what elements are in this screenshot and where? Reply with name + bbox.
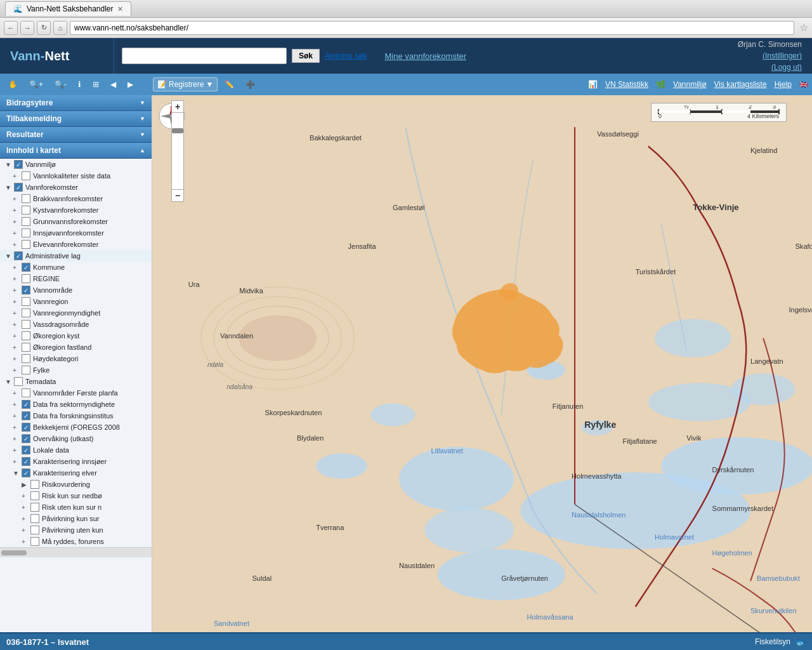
fylke-toggle[interactable]: + bbox=[13, 367, 22, 374]
hjelp-link[interactable]: Hjelp bbox=[775, 80, 792, 89]
lokale-data-toggle[interactable]: + bbox=[13, 447, 22, 454]
tree-item-vannregion[interactable]: + Vannregion bbox=[9, 296, 152, 307]
tree-item-vannforekomster[interactable]: ▼ ✓ Vannforekomster bbox=[0, 182, 152, 193]
admin-lag-checkbox[interactable]: ✓ bbox=[14, 251, 23, 260]
ma-ryddes-checkbox[interactable] bbox=[30, 537, 39, 546]
lokale-data-checkbox[interactable]: ✓ bbox=[22, 446, 30, 454]
vannomrade-toggle[interactable]: + bbox=[13, 287, 22, 294]
tree-item-pavirkning-uten[interactable]: + Påvirkning uten kun bbox=[18, 524, 152, 536]
search-button[interactable]: Søk bbox=[292, 49, 320, 63]
vannmiljo-checkbox[interactable]: ✓ bbox=[14, 160, 23, 169]
tree-item-risk-sur-nedbor[interactable]: + Risk kun sur nedbø bbox=[18, 490, 152, 501]
overvaking-toggle[interactable]: + bbox=[13, 435, 22, 442]
pavirkning-sur-toggle[interactable]: + bbox=[22, 515, 30, 522]
tree-item-lokale-data[interactable]: + ✓ Lokale data bbox=[9, 444, 152, 456]
tree-item-kyst[interactable]: + Kystvannforekomster bbox=[9, 204, 152, 216]
back-button[interactable]: ← bbox=[4, 21, 18, 35]
tree-item-fylke[interactable]: + Fylke bbox=[9, 364, 152, 376]
tree-item-okoregion-fastland[interactable]: + Økoregion fastland bbox=[9, 342, 152, 353]
tree-item-okoregion-kyst[interactable]: + Økoregion kyst bbox=[9, 330, 152, 342]
temadata-checkbox[interactable] bbox=[14, 377, 23, 386]
elve-toggle[interactable]: + bbox=[13, 241, 22, 248]
sidebar-bidragsytere[interactable]: Bidragsytere ▼ bbox=[0, 95, 152, 111]
brakkvann-toggle[interactable]: + bbox=[13, 196, 22, 202]
tree-item-temadata[interactable]: ▼ Temadata bbox=[0, 376, 152, 387]
tree-item-risk-uten-sur[interactable]: + Risk uten kun sur n bbox=[18, 501, 152, 513]
okoregion-fastland-checkbox[interactable] bbox=[22, 343, 30, 352]
kommune-checkbox[interactable]: ✓ bbox=[22, 263, 30, 272]
ma-ryddes-toggle[interactable]: + bbox=[22, 538, 30, 545]
data-sektormyndighet-checkbox[interactable]: ✓ bbox=[22, 400, 30, 409]
tree-item-kommune[interactable]: + ✓ Kommune bbox=[9, 262, 152, 273]
karakterisering-elver-toggle[interactable]: ▼ bbox=[13, 470, 22, 477]
tree-item-grunnvann[interactable]: + Grunnvannsforekomster bbox=[9, 216, 152, 227]
tree-item-risikovurdering[interactable]: ▶ Risikovurdering bbox=[18, 479, 152, 490]
add-tool-button[interactable]: ➕ bbox=[241, 77, 259, 91]
tree-item-hoydekategori[interactable]: + Høydekategori bbox=[9, 353, 152, 364]
tree-item-overvaking[interactable]: + ✓ Overvåking (utkast) bbox=[9, 433, 152, 444]
risikovurdering-toggle[interactable]: ▶ bbox=[22, 481, 30, 488]
pavirkning-sur-checkbox[interactable] bbox=[30, 514, 39, 523]
back-nav-button[interactable]: ◀ bbox=[106, 77, 121, 91]
temadata-toggle[interactable]: ▼ bbox=[5, 378, 14, 385]
tree-item-vannomrade[interactable]: + ✓ Vannområde bbox=[9, 284, 152, 296]
bekkekjemi-checkbox[interactable]: ✓ bbox=[22, 423, 30, 432]
zoom-out-button[interactable]: − bbox=[171, 189, 184, 202]
vannlokaliteter-toggle[interactable]: + bbox=[13, 173, 22, 180]
pan-tool-button[interactable]: ✋ bbox=[4, 77, 22, 91]
overvaking-checkbox[interactable]: ✓ bbox=[22, 434, 30, 443]
tree-item-ma-ryddes[interactable]: + Må ryddes, forurens bbox=[18, 536, 152, 547]
data-forskning-toggle[interactable]: + bbox=[13, 413, 22, 420]
regine-checkbox[interactable] bbox=[22, 274, 30, 283]
map-area[interactable]: Bakkalegskardet Gamlestøl Jensafita Ura … bbox=[152, 95, 812, 632]
karakterisering-innsjoer-toggle[interactable]: + bbox=[13, 458, 22, 465]
vannomrader-forste-toggle[interactable]: + bbox=[13, 390, 22, 397]
tree-item-karakterisering-innsjoer[interactable]: + ✓ Karakterisering innsjøer bbox=[9, 456, 152, 467]
vassdragsomrade-checkbox[interactable] bbox=[22, 320, 30, 329]
vannomrader-forste-checkbox[interactable] bbox=[22, 388, 30, 397]
tree-item-karakterisering-elver[interactable]: ▼ ✓ Karakterisering elver bbox=[9, 467, 152, 479]
browser-tab[interactable]: 🌊 Vann-Nett Saksbehandler ✕ bbox=[5, 1, 131, 16]
address-bar[interactable] bbox=[70, 21, 794, 35]
sidebar-scroll-thumb[interactable] bbox=[1, 550, 27, 555]
tree-item-vannlokaliteter[interactable]: + Vannlokaliteter siste data bbox=[9, 170, 152, 182]
vannmiljo-link[interactable]: Vannmiljø bbox=[673, 80, 706, 89]
risk-sur-nedbor-toggle[interactable]: + bbox=[22, 493, 30, 500]
tree-item-innsjo[interactable]: + Innsjøvannforekomster bbox=[9, 227, 152, 239]
vannmiljo-toggle[interactable]: ▼ bbox=[5, 161, 14, 168]
vannregion-toggle[interactable]: + bbox=[13, 298, 22, 305]
tree-item-brakkvann[interactable]: + Brakkvannforekomster bbox=[9, 193, 152, 204]
tree-item-elve[interactable]: + Elvevannforekomster bbox=[9, 239, 152, 250]
tree-item-vannomrader-forste[interactable]: + Vannområder Første planfa bbox=[9, 387, 152, 399]
okoregion-kyst-checkbox[interactable] bbox=[22, 331, 30, 340]
hoydekategori-toggle[interactable]: + bbox=[13, 355, 22, 362]
karakterisering-elver-checkbox[interactable]: ✓ bbox=[22, 468, 30, 477]
user-logout-link[interactable]: (Logg ut) bbox=[771, 63, 802, 72]
vassdragsomrade-toggle[interactable]: + bbox=[13, 321, 22, 328]
bookmark-icon[interactable]: ☆ bbox=[799, 22, 808, 34]
pavirkning-uten-toggle[interactable]: + bbox=[22, 527, 30, 534]
kyst-checkbox[interactable] bbox=[22, 206, 30, 215]
draw-tool-button[interactable]: ✏️ bbox=[220, 77, 239, 91]
home-button[interactable]: ⌂ bbox=[53, 21, 67, 35]
forward-nav-button[interactable]: ▶ bbox=[123, 77, 138, 91]
kommune-toggle[interactable]: + bbox=[13, 264, 22, 271]
okoregion-kyst-toggle[interactable]: + bbox=[13, 333, 22, 340]
kyst-toggle[interactable]: + bbox=[13, 207, 22, 214]
innsjo-toggle[interactable]: + bbox=[13, 230, 22, 237]
zoom-in-tool-button[interactable]: 🔍+ bbox=[25, 77, 48, 91]
hoydekategori-checkbox[interactable] bbox=[22, 354, 30, 363]
vannforekomster-toggle[interactable]: ▼ bbox=[5, 184, 14, 191]
vannforekomster-checkbox[interactable]: ✓ bbox=[14, 183, 23, 192]
tree-item-vannregionmyndighet[interactable]: + Vannregionmyndighet bbox=[9, 307, 152, 319]
karakterisering-innsjoer-checkbox[interactable]: ✓ bbox=[22, 457, 30, 466]
tab-close-button[interactable]: ✕ bbox=[117, 5, 123, 13]
search-input[interactable] bbox=[122, 48, 287, 64]
tree-item-bekkekjemi[interactable]: + ✓ Bekkekjemi (FOREGS 2008 bbox=[9, 421, 152, 433]
tree-item-pavirkning-sur[interactable]: + Påvirkning kun sur bbox=[18, 513, 152, 524]
risikovurdering-checkbox[interactable] bbox=[30, 480, 39, 489]
forward-button[interactable]: → bbox=[20, 21, 34, 35]
zoom-in-button[interactable]: + bbox=[171, 100, 184, 113]
refresh-button[interactable]: ↻ bbox=[37, 21, 51, 35]
tree-item-vassdragsomrade[interactable]: + Vassdragsområde bbox=[9, 319, 152, 330]
